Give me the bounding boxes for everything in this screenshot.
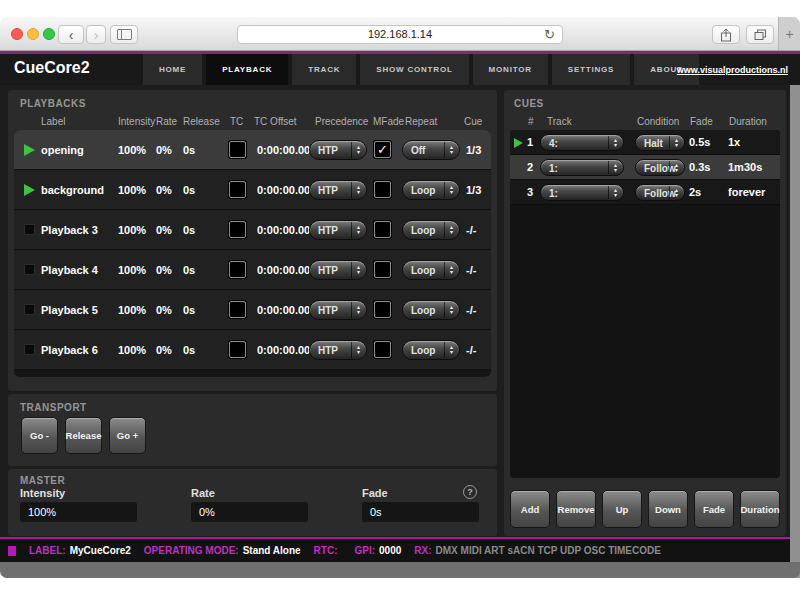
tc-checkbox[interactable] [229, 221, 246, 238]
share-button[interactable] [712, 25, 740, 44]
stop-icon[interactable] [24, 224, 35, 235]
release-button[interactable]: Release [65, 417, 102, 454]
cue-row[interactable]: 21:▴▾Follow▴▾0.3s1m30s [510, 155, 780, 180]
intensity-value: 100% [118, 210, 146, 250]
playback-row[interactable]: opening100%0%0s0:00:00.00HTP▴▾Off▴▾1/3 [14, 130, 491, 170]
tc-checkbox[interactable] [229, 341, 246, 358]
status-item: RX:DMX MIDI ART sACN TCP UDP OSC TIMECOD… [414, 545, 661, 556]
mfade-checkbox[interactable] [374, 301, 391, 318]
sidebar-button[interactable] [110, 25, 138, 44]
tc-checkbox[interactable] [229, 181, 246, 198]
go-button[interactable]: Go + [109, 417, 146, 454]
intensity-value: 100% [118, 290, 146, 330]
precedence-dropdown[interactable]: HTP▴▾ [309, 340, 367, 360]
cue-count: -/- [466, 290, 476, 330]
cue-number: 1 [524, 130, 536, 155]
playback-row[interactable]: Playback 3100%0%0s0:00:00.00HTP▴▾Loop▴▾-… [14, 210, 491, 250]
play-icon[interactable] [24, 144, 35, 156]
add-button[interactable]: Add [510, 490, 550, 528]
repeat-dropdown[interactable]: Loop▴▾ [402, 220, 460, 240]
back-button[interactable]: ‹ [58, 25, 84, 44]
master-fade-field[interactable]: 0s [362, 502, 479, 522]
track-dropdown-value: 1: [549, 187, 558, 198]
status-items: LABEL:MyCueCore2OPERATING MODE:Stand Alo… [29, 545, 661, 556]
track-dropdown[interactable]: 4:▴▾ [540, 134, 624, 151]
reload-icon[interactable]: ↻ [544, 26, 555, 43]
tc-checkbox[interactable] [229, 301, 246, 318]
precedence-dropdown[interactable]: HTP▴▾ [309, 220, 367, 240]
status-value: 0000 [379, 545, 401, 556]
forward-button[interactable]: › [86, 25, 106, 44]
precedence-dropdown[interactable]: HTP▴▾ [309, 180, 367, 200]
stepper-icon: ▴▾ [351, 342, 365, 358]
master-rate-field[interactable]: 0% [191, 502, 308, 522]
stepper-icon: ▴▾ [351, 302, 365, 318]
track-dropdown[interactable]: 1:▴▾ [540, 159, 624, 176]
intensity-value: 100% [118, 130, 146, 170]
precedence-dropdown[interactable]: HTP▴▾ [309, 260, 367, 280]
page-scrollbar[interactable] [790, 85, 800, 578]
duration-button[interactable]: Duration [740, 490, 780, 528]
cue-row[interactable]: 14:▴▾Halt▴▾0.5s1x [510, 130, 780, 155]
cue-row[interactable]: 31:▴▾Follow▴▾2sforever [510, 180, 780, 205]
condition-dropdown[interactable]: Follow▴▾ [635, 184, 685, 201]
tc-checkbox[interactable] [229, 261, 246, 278]
playback-row[interactable]: background100%0%0s0:00:00.00HTP▴▾Loop▴▾1… [14, 170, 491, 210]
cues-title: CUES [514, 98, 544, 109]
stop-icon[interactable] [24, 264, 35, 275]
status-item: RTC: [314, 545, 342, 556]
playback-row[interactable]: Playback 5100%0%0s0:00:00.00HTP▴▾Loop▴▾-… [14, 290, 491, 330]
down-button[interactable]: Down [648, 490, 688, 528]
go-button[interactable]: Go - [21, 417, 58, 454]
master-intensity-field[interactable]: 100% [20, 502, 137, 522]
play-icon[interactable] [514, 138, 523, 148]
mfade-checkbox[interactable] [374, 141, 391, 158]
playbacks-title: PLAYBACKS [20, 98, 86, 109]
tab-playback[interactable]: PLAYBACK [206, 54, 288, 85]
track-dropdown[interactable]: 1:▴▾ [540, 184, 624, 201]
play-icon[interactable] [24, 184, 35, 196]
up-button[interactable]: Up [602, 490, 642, 528]
plus-icon: + [785, 26, 793, 42]
precedence-dropdown[interactable]: HTP▴▾ [309, 140, 367, 160]
repeat-dropdown[interactable]: Loop▴▾ [402, 300, 460, 320]
new-tab-button[interactable]: + [778, 17, 800, 50]
condition-dropdown[interactable]: Halt▴▾ [635, 134, 685, 151]
status-label: OPERATING MODE: [144, 545, 239, 556]
address-bar[interactable]: 192.168.1.14 ↻ [237, 25, 563, 44]
cue-count: 1/3 [466, 130, 481, 170]
show-tabs-button[interactable] [746, 25, 774, 44]
precedence-dropdown[interactable]: HTP▴▾ [309, 300, 367, 320]
mfade-checkbox[interactable] [374, 221, 391, 238]
remove-button[interactable]: Remove [556, 490, 596, 528]
stop-icon[interactable] [24, 304, 35, 315]
repeat-dropdown[interactable]: Off▴▾ [402, 140, 460, 160]
visualproductions-link[interactable]: www.visualproductions.nl [677, 65, 788, 75]
mfade-checkbox[interactable] [374, 261, 391, 278]
repeat-dropdown[interactable]: Loop▴▾ [402, 340, 460, 360]
stop-icon[interactable] [24, 344, 35, 355]
close-window-button[interactable] [11, 28, 23, 40]
tab-track[interactable]: TRACK [292, 54, 356, 85]
mfade-checkbox[interactable] [374, 181, 391, 198]
zoom-window-button[interactable] [43, 28, 55, 40]
share-icon [720, 28, 732, 42]
intensity-value: 100% [118, 330, 146, 370]
rate-value: 0% [156, 250, 172, 290]
playback-row[interactable]: Playback 6100%0%0s0:00:00.00HTP▴▾Loop▴▾-… [14, 330, 491, 370]
tab-home[interactable]: HOME [143, 54, 202, 85]
repeat-dropdown[interactable]: Loop▴▾ [402, 260, 460, 280]
tc-checkbox[interactable] [229, 141, 246, 158]
repeat-dropdown[interactable]: Loop▴▾ [402, 180, 460, 200]
column-header: Fade [690, 116, 713, 127]
tab-settings[interactable]: SETTINGS [552, 54, 630, 85]
forward-icon: › [94, 27, 99, 43]
mfade-checkbox[interactable] [374, 341, 391, 358]
minimize-window-button[interactable] [27, 28, 39, 40]
tab-monitor[interactable]: MONITOR [473, 54, 548, 85]
fade-button[interactable]: Fade [694, 490, 734, 528]
playback-row[interactable]: Playback 4100%0%0s0:00:00.00HTP▴▾Loop▴▾-… [14, 250, 491, 290]
tab-show-control[interactable]: SHOW CONTROL [360, 54, 468, 85]
help-icon[interactable]: ? [463, 485, 477, 499]
condition-dropdown[interactable]: Follow▴▾ [635, 159, 685, 176]
